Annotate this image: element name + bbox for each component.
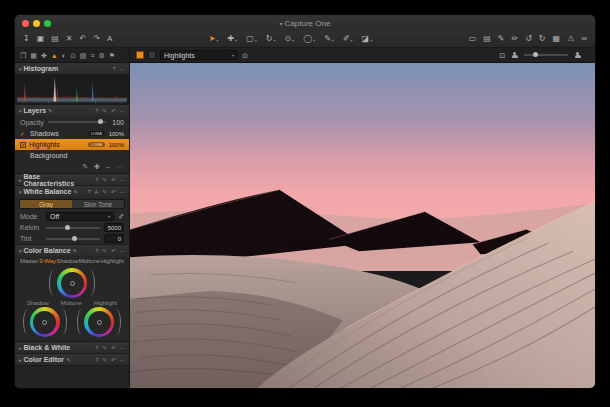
color-editor-header[interactable]: ▸ Color Editor ✎ ? ✎ ↶ ⋯ xyxy=(15,354,129,365)
opacity-slider-knob[interactable] xyxy=(98,119,103,124)
pick-style-icon[interactable]: ✏ xyxy=(511,35,518,43)
mask-visibility-icon[interactable] xyxy=(148,51,156,59)
tab-details-icon[interactable]: ⊙ xyxy=(70,52,76,59)
crop-tool-button[interactable]: ▢▾ xyxy=(246,35,257,43)
rotate-ccw-icon[interactable]: ↺ xyxy=(525,35,532,43)
tab-tether-icon[interactable]: ✚ xyxy=(41,52,47,59)
tab-metadata-icon[interactable]: ≡ xyxy=(90,52,94,59)
tab-color-icon[interactable]: ◐ xyxy=(62,52,66,59)
layer-row-highlights[interactable]: ✓ Highlights LUMA 100% xyxy=(15,139,129,150)
import-icon[interactable]: ↧ xyxy=(23,35,30,43)
brush-icon[interactable]: ✎ xyxy=(102,345,107,351)
disclosure-open-icon[interactable]: ▾ xyxy=(19,108,22,114)
wb-eyedropper-icon[interactable]: ✐ xyxy=(118,213,124,221)
lightness-arc[interactable] xyxy=(116,309,121,335)
undo-icon[interactable]: ↶ xyxy=(80,35,87,43)
tab-gray[interactable]: Gray xyxy=(20,200,72,208)
brush-icon[interactable]: ✎ xyxy=(102,248,107,254)
pan-tool-button[interactable]: ✚▾ xyxy=(227,35,237,43)
midtone-color-wheel[interactable] xyxy=(57,268,87,298)
layer-row-shadows[interactable]: ✓ Shadows LUMA 100% xyxy=(15,128,129,139)
help-icon[interactable]: ? xyxy=(112,66,115,72)
more-icon[interactable]: ⋯ xyxy=(120,177,126,183)
loupe-tool-button[interactable]: ⊙▾ xyxy=(284,35,294,43)
auto-adjust-icon[interactable]: A xyxy=(95,189,99,195)
reset-icon[interactable]: ↶ xyxy=(111,248,116,254)
base-characteristics-header[interactable]: ▸ Base Characteristics ? ✎ ↶ ⋯ xyxy=(15,174,129,185)
straighten-tool-button[interactable]: ↻▾ xyxy=(266,35,276,43)
saturation-arc[interactable] xyxy=(77,309,82,335)
title-bar[interactable]: ▾Capture One xyxy=(15,15,595,31)
zoom-slider[interactable] xyxy=(524,54,568,56)
tab-adjustments-icon[interactable]: ▲ xyxy=(51,52,58,59)
more-icon[interactable]: ⋯ xyxy=(120,189,126,195)
disclosure-closed-icon[interactable]: ▸ xyxy=(19,177,22,183)
disclosure-open-icon[interactable]: ▾ xyxy=(19,189,22,195)
tab-skin-tone[interactable]: Skin Tone xyxy=(72,200,124,208)
lightness-arc[interactable] xyxy=(62,309,67,335)
style-brush-icon[interactable]: ✎ xyxy=(498,35,505,43)
help-icon[interactable]: ? xyxy=(95,177,98,183)
brush-icon[interactable]: ✎ xyxy=(102,177,107,183)
white-balance-header[interactable]: ▾ White Balance ✎ ? A ✎ ↶ ⋯ xyxy=(15,186,129,197)
layer-loupe-icon[interactable]: ⊙ xyxy=(242,52,248,59)
layer-check-icon[interactable]: ✓ xyxy=(20,130,27,137)
proofing-icon[interactable]: ∞ xyxy=(581,35,587,43)
layer-more-icon[interactable]: ⋯ xyxy=(116,163,123,171)
black-white-header[interactable]: ▸ Black & White ? ✎ ↶ ⋯ xyxy=(15,342,129,353)
draw-mask-tool-button[interactable]: ✎▾ xyxy=(324,35,334,43)
kelvin-value[interactable]: 5000 xyxy=(104,223,124,232)
tab-crop-icon[interactable]: ▧ xyxy=(80,52,87,59)
reset-icon[interactable]: ↶ xyxy=(111,177,116,183)
tab-output-icon[interactable]: ⚑ xyxy=(109,52,115,59)
user-icon[interactable] xyxy=(511,52,518,59)
wb-mode-select[interactable]: Off ▾ xyxy=(46,212,114,221)
reset-icon[interactable]: ↶ xyxy=(111,357,116,363)
help-icon[interactable]: ? xyxy=(95,108,98,114)
layer-checkbox[interactable]: ✓ xyxy=(20,142,26,148)
fit-view-icon[interactable]: ⊡ xyxy=(499,52,505,59)
lightness-arc[interactable] xyxy=(90,270,95,296)
reset-icon[interactable]: ↶ xyxy=(111,189,116,195)
tab-settings-icon[interactable]: ⚙ xyxy=(99,52,105,59)
disclosure-closed-icon[interactable]: ▸ xyxy=(19,357,22,363)
disclosure-open-icon[interactable]: ▾ xyxy=(19,66,22,72)
gradient-mask-tool-button[interactable]: ◪▾ xyxy=(362,35,373,43)
help-icon[interactable]: ? xyxy=(95,248,98,254)
redo-icon[interactable]: ↷ xyxy=(93,35,100,43)
rotate-cw-icon[interactable]: ↻ xyxy=(539,35,546,43)
draw-mask-icon[interactable]: ✎ xyxy=(82,163,88,171)
more-icon[interactable]: ⋯ xyxy=(120,248,126,254)
minimize-window-button[interactable] xyxy=(33,20,40,27)
account-icon[interactable] xyxy=(574,52,581,59)
spot-remove-tool-button[interactable]: ◯▾ xyxy=(303,35,315,43)
tab-3-way[interactable]: 3-Way xyxy=(39,258,56,264)
brush-icon[interactable]: ✎ xyxy=(102,357,107,363)
brush-icon[interactable]: ✎ xyxy=(102,108,107,114)
reset-icon[interactable]: ↶ xyxy=(111,345,116,351)
layer-row-background[interactable]: Background xyxy=(15,150,129,161)
edit-layer-select[interactable]: Highlights ▾ xyxy=(160,50,238,60)
highlight-color-wheel[interactable] xyxy=(84,307,114,337)
close-window-button[interactable] xyxy=(22,20,29,27)
erase-mask-tool-button[interactable]: ✐▾ xyxy=(343,35,353,43)
tab-capture-icon[interactable]: ▦ xyxy=(30,52,37,59)
more-icon[interactable]: ⋯ xyxy=(120,108,126,114)
delete-icon[interactable]: ✕ xyxy=(66,35,73,43)
add-layer-icon[interactable]: ✚ xyxy=(94,163,100,171)
image-viewer[interactable] xyxy=(130,63,595,388)
layer-color-swatch[interactable] xyxy=(136,51,144,59)
exposure-warning-icon[interactable]: ⚠ xyxy=(567,35,574,43)
zoom-window-button[interactable] xyxy=(44,20,51,27)
tab-library-icon[interactable]: ❐ xyxy=(20,52,26,59)
shadow-color-wheel[interactable] xyxy=(30,307,60,337)
more-icon[interactable]: ⋯ xyxy=(120,66,126,72)
more-icon[interactable]: ⋯ xyxy=(120,345,126,351)
histogram-header[interactable]: ▾ Histogram ? ⋯ xyxy=(15,63,129,74)
saturation-arc[interactable] xyxy=(23,309,28,335)
capture-icon[interactable]: ▣ xyxy=(37,35,45,43)
saturation-arc[interactable] xyxy=(49,270,54,296)
color-balance-header[interactable]: ▾ Color Balance ✎ ? ✎ ↶ ⋯ xyxy=(15,245,129,256)
disclosure-open-icon[interactable]: ▾ xyxy=(19,248,22,254)
tab-shadow[interactable]: Shadow xyxy=(57,258,79,264)
